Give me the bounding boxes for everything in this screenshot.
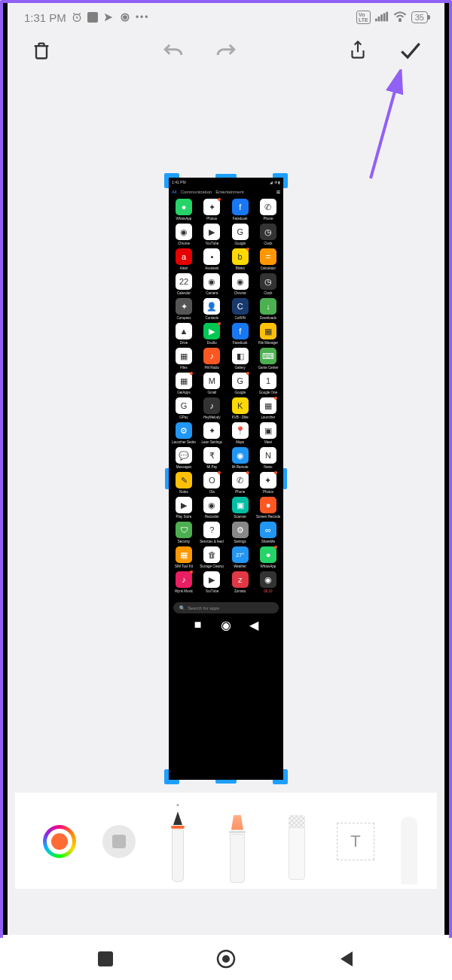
crop-tool[interactable]: [392, 800, 415, 883]
app-item: ✎Notes: [172, 472, 196, 494]
more-icon: •••: [136, 12, 150, 23]
redo-button[interactable]: [213, 38, 239, 63]
wifi-icon: [393, 11, 407, 24]
app-item: ▶Play Store: [172, 497, 196, 519]
annotation-arrow: [363, 69, 408, 182]
nav-recents-button[interactable]: [90, 944, 121, 974]
delete-button[interactable]: [29, 38, 54, 63]
app-item: ✦Compass: [172, 298, 196, 320]
app-icon-1: [87, 12, 98, 23]
editor-canvas: 1:31 PM ••• VoLTE 35: [8, 3, 444, 935]
app-item: ▣Meet: [256, 422, 280, 444]
alarm-icon: [71, 11, 83, 23]
svg-rect-5: [380, 14, 383, 21]
app-item: bBlinkit: [228, 248, 252, 270]
phone-nav: ■ ◉ ◀: [169, 616, 283, 633]
shape-tool[interactable]: [96, 800, 142, 883]
app-item: ✆Phone: [228, 472, 252, 494]
app-item: ▦Launcher: [256, 397, 280, 419]
phone-tab: Communication: [181, 190, 212, 194]
phone-recents: ■: [194, 621, 202, 628]
app-item: ◉Mi Remote: [228, 447, 252, 469]
app-item: ₹Mi Pay: [200, 447, 224, 469]
svg-rect-6: [383, 13, 386, 21]
app-item: ♪HeyMelody: [200, 397, 224, 419]
app-grid: ●WhatsApp✦PhotosfFacebook✆Phone◉Chrome▶Y…: [169, 197, 283, 598]
app-item: 💬Messages: [172, 447, 196, 469]
app-item: ♪FM Radio: [200, 348, 224, 370]
app-item: ▲Drive: [172, 323, 196, 345]
app-item: ▣Scanner: [228, 497, 252, 519]
app-item: ◉00:10: [256, 571, 280, 593]
app-item: 🛡Security: [172, 522, 196, 543]
svg-rect-7: [386, 11, 388, 21]
app-item: ●WhatsApp: [256, 546, 280, 568]
svg-point-8: [399, 20, 401, 21]
app-item: ▶Duolto: [200, 323, 224, 345]
app-item: ▦SIM Tool Kit: [172, 546, 196, 568]
app-item: GGoogle: [228, 373, 252, 394]
app-item: ⌨Game Center: [256, 348, 280, 370]
phone-home: ◉: [222, 621, 230, 628]
phone-screenshot: 1:41 PM◢ ⚙ ▮ AllCommunicationEntertainme…: [169, 178, 283, 780]
app-item: 🗑Storage Cleanup: [200, 546, 224, 568]
app-item: ●WhatsApp: [172, 199, 196, 221]
phone-tabs: AllCommunicationEntertainment≡: [169, 187, 283, 197]
app-item: GGPay: [172, 397, 196, 419]
app-item: ✦Photos: [256, 472, 280, 494]
signal-icon: [375, 11, 389, 24]
marker-tool[interactable]: [215, 800, 260, 883]
app-item: 22Calendar: [172, 273, 196, 295]
pen-tool[interactable]: [155, 800, 200, 883]
search-bar: 🔍 Search for apps: [173, 602, 279, 613]
eraser-tool[interactable]: [274, 800, 319, 883]
app-item: KKVB - Dlite: [228, 397, 252, 419]
app-item: ✆Phone: [256, 199, 280, 221]
app-item: ?Services & feedback: [200, 522, 224, 543]
phone-tab: Entertainment: [215, 190, 243, 194]
nav-home-button[interactable]: [211, 944, 241, 974]
app-item: ▦File Manager: [256, 323, 280, 345]
app-item: ✦Lean Settings: [200, 422, 224, 444]
editor-toolbar: [8, 29, 444, 72]
app-item: =Calculator: [256, 248, 280, 270]
status-time: 1:31 PM: [24, 11, 66, 24]
app-item: 📍Maps: [228, 422, 252, 444]
app-icon-3: [119, 11, 131, 23]
text-tool[interactable]: T: [333, 800, 378, 883]
app-item: MGmail: [200, 373, 224, 394]
app-item: ◉Chrome: [228, 273, 252, 295]
app-item: fFacebook: [228, 323, 252, 345]
app-item: ↓Downloads: [256, 298, 280, 320]
confirm-button[interactable]: [398, 38, 423, 63]
color-picker-tool[interactable]: [37, 800, 82, 883]
app-item: 👤Contacts: [200, 298, 224, 320]
screenshot-selection[interactable]: 1:41 PM◢ ⚙ ▮ AllCommunicationEntertainme…: [169, 178, 283, 780]
svg-rect-3: [375, 18, 377, 21]
app-item: ◉Camera: [200, 273, 224, 295]
undo-button[interactable]: [160, 38, 186, 63]
app-item: NNews: [256, 447, 280, 469]
app-item: ◷Clock: [256, 224, 280, 245]
app-item: OOla: [200, 472, 224, 494]
app-item: ▦GetApps: [172, 373, 196, 394]
nav-back-button[interactable]: [331, 944, 362, 974]
app-item: fFacebook: [228, 199, 252, 221]
app-item: ∞ShareMe: [256, 522, 280, 543]
app-item: ◉Recorder: [200, 497, 224, 519]
app-item: ◧Gallery: [228, 348, 252, 370]
app-icon-2: [102, 11, 115, 23]
app-item: ▶YouTube: [200, 571, 224, 593]
app-item: ▶YouTube: [200, 224, 224, 245]
app-item: 27°Weather: [228, 546, 252, 568]
phone-tab: All: [172, 190, 177, 194]
app-item: ⚙Launcher Settings: [172, 422, 196, 444]
status-bar: 1:31 PM ••• VoLTE 35: [8, 3, 444, 29]
menu-icon: ≡: [276, 188, 280, 196]
app-item: GGoogle: [228, 224, 252, 245]
share-button[interactable]: [345, 38, 371, 63]
phone-back: ◀: [250, 621, 258, 628]
app-item: ●Screen Recorder: [256, 497, 280, 519]
app-item: 1Google One: [256, 373, 280, 394]
app-item: aAirtel: [172, 248, 196, 270]
